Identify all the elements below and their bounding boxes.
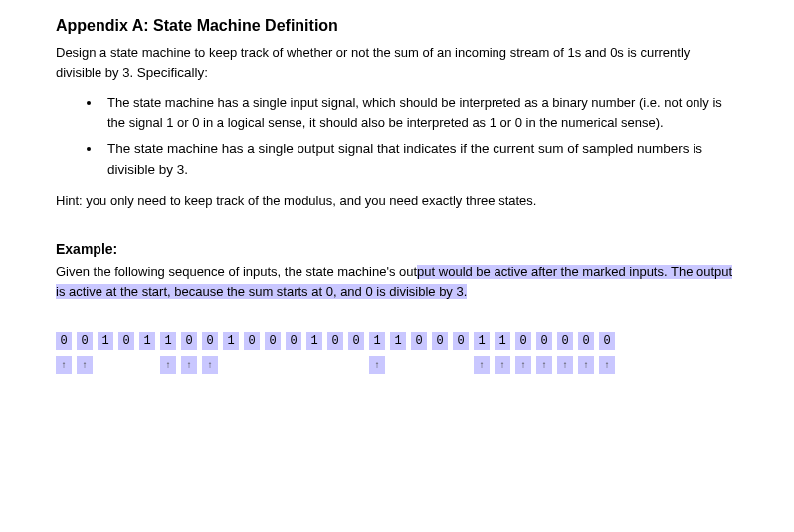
spec-list: The state machine has a single input sig…	[56, 93, 738, 181]
output-mark-active	[77, 356, 93, 374]
input-bit: 0	[327, 332, 343, 350]
output-mark-active	[515, 356, 531, 374]
output-mark-active	[536, 356, 552, 374]
output-mark-empty	[411, 356, 427, 374]
output-mark-active	[181, 356, 197, 374]
output-mark-empty	[306, 356, 322, 374]
output-mark-active	[557, 356, 573, 374]
spec-bullet-2: The state machine has a single output si…	[101, 139, 738, 181]
input-bit: 0	[453, 332, 469, 350]
output-mark-empty	[432, 356, 448, 374]
output-mark-empty	[286, 356, 301, 374]
output-mark-empty	[453, 356, 469, 374]
appendix-title: Appendix A: State Machine Definition	[56, 14, 738, 39]
example-heading: Example:	[56, 239, 738, 261]
input-bit: 0	[578, 332, 594, 350]
output-mark-empty	[265, 356, 281, 374]
input-bit: 1	[139, 332, 155, 350]
input-bit: 0	[557, 332, 573, 350]
example-text-highlight-1: put would be active after the marked	[417, 265, 629, 279]
output-mark-empty	[118, 356, 134, 374]
output-mark-active	[474, 356, 490, 374]
input-bit: 0	[265, 332, 281, 350]
spec-bullet-1: The state machine has a single input sig…	[101, 93, 738, 133]
output-mark-active	[202, 356, 218, 374]
example-paragraph: Given the following sequence of inputs, …	[56, 263, 738, 302]
input-bit: 0	[432, 332, 448, 350]
input-bit: 0	[244, 332, 260, 350]
hint-text: Hint: you only need to keep track of the…	[56, 191, 738, 211]
output-mark-empty	[98, 356, 113, 374]
input-bit: 0	[56, 332, 72, 350]
intro-specifically: Specifically:	[137, 65, 208, 80]
output-mark-active	[369, 356, 385, 374]
sequence-block: 001011001000100110001100000	[56, 332, 738, 374]
input-bit: 0	[348, 332, 364, 350]
input-bit: 0	[536, 332, 552, 350]
input-sequence-row: 001011001000100110001100000	[56, 332, 738, 350]
output-mark-active	[599, 356, 615, 374]
output-mark-empty	[390, 356, 406, 374]
input-bit: 1	[306, 332, 322, 350]
input-bit: 1	[223, 332, 239, 350]
document-page: Appendix A: State Machine Definition Des…	[0, 0, 794, 374]
output-mark-empty	[223, 356, 239, 374]
input-bit: 0	[202, 332, 218, 350]
input-bit: 0	[77, 332, 93, 350]
output-mark-empty	[139, 356, 155, 374]
input-bit: 1	[390, 332, 406, 350]
output-mark-empty	[348, 356, 364, 374]
input-bit: 1	[474, 332, 490, 350]
input-bit: 0	[411, 332, 427, 350]
input-bit: 1	[495, 332, 510, 350]
output-mark-active	[160, 356, 176, 374]
input-bit: 0	[181, 332, 197, 350]
input-bit: 1	[160, 332, 176, 350]
output-mark-active	[578, 356, 594, 374]
input-bit: 1	[369, 332, 385, 350]
output-mark-active	[495, 356, 510, 374]
intro-paragraph: Design a state machine to keep track of …	[56, 43, 738, 84]
output-mark-empty	[327, 356, 343, 374]
input-bit: 1	[98, 332, 113, 350]
input-bit: 0	[599, 332, 615, 350]
output-marks-row	[56, 356, 738, 374]
example-text-plain: Given the following sequence of inputs, …	[56, 265, 417, 279]
input-bit: 0	[515, 332, 531, 350]
input-bit: 0	[118, 332, 134, 350]
input-bit: 0	[286, 332, 301, 350]
output-mark-empty	[244, 356, 260, 374]
output-mark-active	[56, 356, 72, 374]
